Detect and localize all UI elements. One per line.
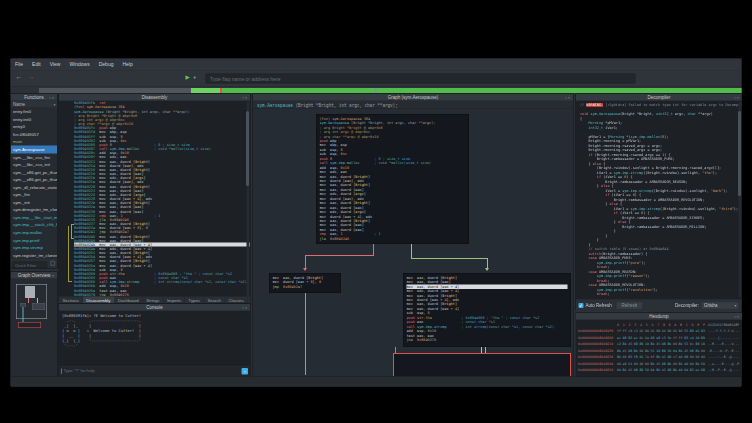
quick-filter-input[interactable] bbox=[13, 262, 47, 269]
function-signature-bar: sym.Aerospause (Bright *Bright, int argc… bbox=[253, 101, 573, 109]
seek-address-input[interactable] bbox=[206, 74, 636, 84]
close-icon[interactable]: × bbox=[568, 95, 571, 100]
tab-search[interactable]: Search bbox=[204, 297, 225, 304]
console-line: '----' bbox=[62, 343, 247, 348]
function-item[interactable]: main bbox=[11, 138, 57, 146]
seekbar-segment-green-bright bbox=[191, 88, 220, 93]
close-icon[interactable]: × bbox=[245, 95, 248, 100]
function-item[interactable]: sym.Aerospause bbox=[11, 146, 57, 154]
decompiler-panel-title: Decompiler ▫× bbox=[576, 94, 742, 101]
decompiler-line[interactable]: // WARNING: [r2ghidra] Failed to match t… bbox=[580, 103, 742, 108]
status-bar bbox=[11, 377, 742, 388]
hexdump-panel-title: Hexdump ▫× bbox=[576, 313, 742, 320]
graph-node-entry[interactable]: (fcn) sym.Aerospause 384sym.Aerospause (… bbox=[316, 114, 469, 244]
close-icon[interactable]: × bbox=[737, 95, 740, 100]
close-icon[interactable]: × bbox=[52, 273, 55, 278]
menu-file[interactable]: File bbox=[11, 59, 28, 71]
console-input-row[interactable]: Type "?" for help › bbox=[59, 366, 250, 376]
edge-arrowhead bbox=[485, 268, 489, 271]
function-item[interactable]: entry.fini0 bbox=[11, 108, 57, 116]
tab-disassembly[interactable]: Disassembly bbox=[83, 297, 115, 304]
text-cursor bbox=[62, 369, 63, 375]
run-options-caret-icon[interactable]: ▾ bbox=[194, 75, 196, 80]
tab-types[interactable]: Types bbox=[185, 297, 204, 304]
cutter-window: FileEditViewWindowsDebugHelp ← → ▶ ▾ Fun… bbox=[10, 58, 742, 387]
function-item[interactable]: sym._init bbox=[11, 199, 57, 207]
back-button[interactable]: ← bbox=[16, 73, 23, 81]
menu-edit[interactable]: Edit bbox=[28, 59, 46, 71]
forward-button[interactable]: → bbox=[28, 73, 35, 81]
function-item[interactable]: sym.register_tm_clones bbox=[11, 251, 57, 258]
functions-name-header[interactable]: Name▾ bbox=[11, 101, 57, 108]
jump-arrow-stub bbox=[68, 281, 72, 282]
graph-node-row[interactable]: jmp 0x80492a7 bbox=[273, 284, 338, 288]
tab-imports[interactable]: Imports bbox=[163, 297, 185, 304]
console-run-button[interactable]: › bbox=[242, 368, 249, 375]
sort-caret-icon: ▾ bbox=[53, 101, 55, 108]
desktop-background: FileEditViewWindowsDebugHelp ← → ▶ ▾ Fun… bbox=[0, 0, 752, 423]
hexdump-row[interactable]: 0x0000000008049250048b45088950048b45088b… bbox=[578, 367, 740, 374]
function-item[interactable]: sym.__libc_csu_fini bbox=[11, 153, 57, 161]
menu-windows[interactable]: Windows bbox=[65, 59, 94, 71]
tab-classes[interactable]: Classes bbox=[225, 297, 248, 304]
auto-refresh-label: Auto Refresh bbox=[586, 303, 612, 308]
filter-icon[interactable] bbox=[51, 261, 56, 266]
seekbar-segment-green bbox=[222, 88, 742, 93]
disassembly-panel: Disassembly ▫× 0x080491fb ret (fcn) sym.… bbox=[59, 94, 251, 297]
close-icon[interactable]: × bbox=[245, 305, 248, 310]
edge-true-green bbox=[411, 258, 487, 259]
function-item[interactable]: sym.imp.malloc bbox=[11, 229, 57, 237]
close-icon[interactable]: × bbox=[737, 314, 740, 319]
function-item[interactable]: sym.__x86.get_pc_thunk.bp bbox=[11, 168, 57, 176]
graph-node-row[interactable]: jle 0x8049246 bbox=[320, 237, 466, 241]
console-panel-title: Console ▫× bbox=[59, 304, 250, 311]
tab-dashboard[interactable]: Dashboard bbox=[114, 297, 142, 304]
menu-view[interactable]: View bbox=[45, 59, 65, 71]
tab-sections[interactable]: Sections bbox=[59, 297, 83, 304]
graph-overview-panel: Graph Overview ▫× bbox=[11, 272, 58, 377]
jump-arrow-stub bbox=[71, 224, 74, 225]
function-item[interactable]: sym.deregister_tm_clones bbox=[11, 206, 57, 214]
refresh-button[interactable]: Refresh bbox=[616, 302, 643, 310]
edge-false-red bbox=[305, 255, 374, 256]
function-item[interactable]: entry.init0 bbox=[11, 116, 57, 124]
decompiler-scrollbar[interactable] bbox=[739, 102, 742, 297]
function-item[interactable]: fcn.08049057 bbox=[11, 131, 57, 139]
graph-node-row[interactable]: jne 0x8049276 bbox=[407, 338, 568, 342]
dropdown-caret-icon: ▾ bbox=[734, 302, 736, 310]
function-item[interactable]: sym.imp.__libc_start_main bbox=[11, 214, 57, 222]
function-item[interactable]: sym.imp.__stack_chk_fail bbox=[11, 221, 57, 229]
function-item[interactable]: sym.imp.printf bbox=[11, 236, 57, 244]
graph-canvas[interactable]: (fcn) sym.Aerospause 384sym.Aerospause (… bbox=[253, 109, 573, 376]
decompiler-engine-select[interactable]: Ghidra▾ bbox=[701, 302, 739, 310]
minimap-exit-node bbox=[18, 322, 41, 328]
graph-node-true-branch[interactable]: mov eax, dword [Bright]mov dword [eax + … bbox=[269, 273, 341, 293]
function-item[interactable]: sym.__x86.get_pc_thunk.bx bbox=[11, 176, 57, 184]
disassembly-row[interactable]: 0x08049270 jne 0x8049276 bbox=[74, 293, 250, 296]
tab-strings[interactable]: Strings bbox=[143, 297, 164, 304]
menu-help[interactable]: Help bbox=[118, 59, 137, 71]
close-icon[interactable]: × bbox=[52, 95, 55, 100]
function-item[interactable]: sym.imp.strcmp bbox=[11, 244, 57, 252]
function-item[interactable]: sym.__libc_csu_init bbox=[11, 161, 57, 169]
dock-tab-bar: SectionsDisassemblyDashboardStringsImpor… bbox=[59, 297, 251, 304]
auto-refresh-checkbox[interactable]: ✔ bbox=[579, 303, 584, 308]
graph-overview-minimap[interactable] bbox=[11, 279, 57, 376]
run-debug-button[interactable]: ▶ bbox=[186, 74, 190, 81]
hexdump-panel: Hexdump ▫× 0123456789ABCDEF0123456789ABC… bbox=[576, 313, 743, 377]
disassembly-listing: 0x080491fb ret (fcn) sym.Aerospause 384s… bbox=[59, 101, 250, 296]
edge-arrowhead bbox=[303, 268, 307, 271]
decompiler-controls: ✔ Auto Refresh Refresh Decompiler: Ghidr… bbox=[576, 299, 742, 311]
function-item[interactable]: entry0 bbox=[11, 123, 57, 131]
function-item[interactable]: sym._fini bbox=[11, 191, 57, 199]
functions-panel: Functions ▫× Name▾ entry.fini0entry.init… bbox=[11, 94, 58, 269]
decompiler-line[interactable]: break; bbox=[580, 292, 742, 297]
jump-arrow-stub bbox=[71, 238, 74, 239]
graph-node-exit[interactable] bbox=[393, 353, 571, 376]
menu-debug[interactable]: Debug bbox=[94, 59, 118, 71]
seekbar-segment-gray bbox=[39, 88, 191, 93]
function-item[interactable]: sym._dl_relocate_static_pie bbox=[11, 183, 57, 191]
minimap-edge-teal bbox=[23, 307, 24, 322]
minimap-edge-red bbox=[28, 298, 29, 303]
graph-node-else-branch[interactable]: mov eax, dword [Bright]mov eax, dword [e… bbox=[403, 273, 571, 347]
